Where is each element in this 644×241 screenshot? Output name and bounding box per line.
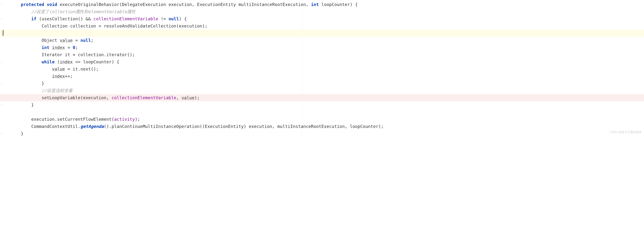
code-line-highlight: setLoopVariable(execution, collectionEle… <box>0 94 644 101</box>
keyword-null: null <box>168 16 179 21</box>
code-line: Collection collection = resolveAndValida… <box>0 22 644 30</box>
type: Collection <box>42 24 68 28</box>
keyword-while: while <box>42 59 54 64</box>
eq: = <box>75 38 78 43</box>
var-it: it <box>65 52 70 57</box>
semi: ; <box>91 38 94 43</box>
call: usesCollection() <box>42 16 83 21</box>
open-paren: ( <box>57 59 60 64</box>
code-editor: protected void executeOriginalBehavior(D… <box>0 0 644 137</box>
gutter-marker <box>2 133 2 134</box>
code-line: value = it.next(); <box>0 66 644 73</box>
rest: ++; <box>65 74 73 79</box>
keyword-null: null <box>80 38 91 43</box>
number-zero: 0 <box>73 45 75 50</box>
brace: ) { <box>350 2 358 7</box>
keyword-void: void <box>47 2 57 7</box>
end: ); <box>194 95 200 100</box>
call: setLoopVariable(execution, <box>42 95 112 100</box>
code-line: } <box>0 101 644 108</box>
rest: = resolveAndValidateCollection(execution… <box>98 24 207 28</box>
gutter-marker <box>2 83 2 84</box>
param-name: loopCounter <box>322 2 350 7</box>
rest: ().planContinueMultiInstanceOperation((E… <box>104 124 384 129</box>
param-name: execution <box>168 2 192 7</box>
keyword-int: int <box>311 2 319 7</box>
gutter-marker <box>2 4 2 5</box>
gutter-marker <box>2 18 2 19</box>
watermark: CSDN @熊子不爱吃香菜 <box>610 129 642 136</box>
code-line: int index = 0; <box>0 44 644 51</box>
field-collectionElementVariable: collectionElementVariable <box>112 95 176 100</box>
method-name: executeOriginalBehavior <box>60 2 119 7</box>
code-line: } <box>0 130 644 137</box>
code-line: //设置了collection属性和elementVariable属性 <box>0 8 644 15</box>
code-line <box>0 108 644 116</box>
code-line: index++; <box>0 73 644 80</box>
brace: } <box>21 131 24 136</box>
gutter-marker <box>2 62 2 62</box>
gutter-marker <box>2 104 2 106</box>
rest: = it.next(); <box>65 66 99 72</box>
param-type: ExecutionEntity <box>197 2 236 7</box>
comment: //设置了collection属性和elementVariable属性 <box>31 9 136 14</box>
static-method: getAgenda <box>80 124 104 129</box>
semi: ; <box>75 45 78 50</box>
eq: = <box>68 45 70 50</box>
code-line-active[interactable] <box>0 30 644 37</box>
code-line: //设置流程变量 <box>0 87 644 94</box>
var-value: value <box>182 95 194 100</box>
code-line: CommandContextUtil.getAgenda().planConti… <box>0 123 644 130</box>
type: Iterator <box>42 52 62 57</box>
comment: //设置流程变量 <box>42 88 73 93</box>
op-neq: != <box>161 16 166 21</box>
var-value: value <box>52 66 65 72</box>
class-ref: CommandContextUtil. <box>31 124 80 129</box>
var-index: index <box>52 45 65 50</box>
code-line: execution.setCurrentFlowElement(activity… <box>0 116 644 123</box>
rest: = collection.iterator(); <box>73 52 135 57</box>
param-type: DelegateExecution <box>122 2 166 7</box>
var-index: index <box>52 74 65 79</box>
comma: , <box>176 95 182 100</box>
brace: } <box>31 102 34 107</box>
field-activity: activity <box>114 117 135 122</box>
gutter-marker <box>2 33 2 34</box>
keyword-if: if <box>31 16 36 21</box>
op: && <box>86 16 91 21</box>
end: ); <box>135 117 140 122</box>
var-name: collection <box>70 24 96 28</box>
var-index: index <box>60 59 73 64</box>
rest: <= loopCounter) { <box>75 59 119 64</box>
field-collectionElementVariable: collectionElementVariable <box>94 16 158 21</box>
brace: } <box>42 81 44 86</box>
code-line: Object value = null; <box>0 37 644 44</box>
code-line: protected void executeOriginalBehavior(D… <box>0 1 644 8</box>
type: Object <box>42 38 57 43</box>
code-line: if (usesCollection() && collectionElemen… <box>0 15 644 22</box>
code-line: Iterator it = collection.iterator(); <box>0 51 644 58</box>
keyword-protected: protected <box>21 2 44 7</box>
var-value: value <box>60 38 73 43</box>
text-caret <box>3 30 3 36</box>
brace: ) { <box>179 16 187 21</box>
text: execution.setCurrentFlowElement( <box>31 117 114 122</box>
keyword-int: int <box>42 45 50 50</box>
code-line: } <box>0 80 644 87</box>
code-line: while (index <= loopCounter) { <box>0 58 644 66</box>
param-name: multiInstanceRootExecution <box>238 2 306 7</box>
